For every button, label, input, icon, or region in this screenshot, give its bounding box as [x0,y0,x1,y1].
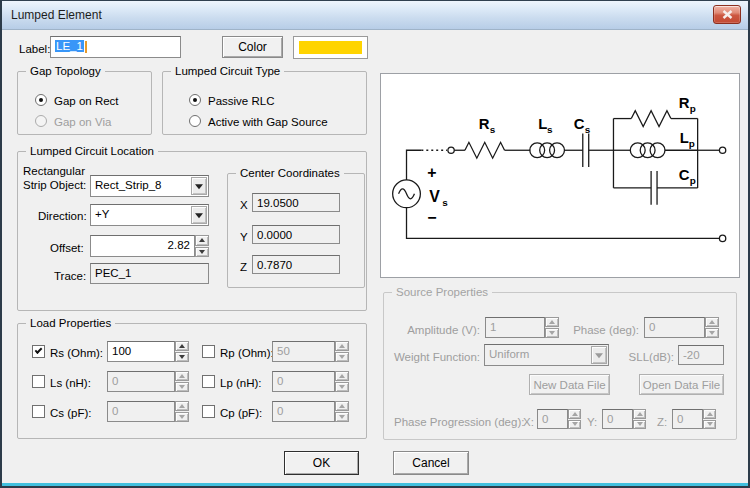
load-properties-title: Load Properties [26,317,115,329]
ls-input: 0 [107,371,175,392]
dropdown-arrow-icon[interactable] [191,206,207,224]
lumped-circuit-location-title: Lumped Circuit Location [26,145,158,157]
ls-checkbox[interactable] [32,375,45,388]
spin-up-icon[interactable] [175,341,189,351]
ls-spinner [175,371,189,392]
ok-button[interactable]: OK [284,451,359,475]
cp-spinner [335,401,349,422]
rp-checkbox[interactable] [202,345,215,358]
rs-schematic-label: R [479,116,490,132]
phase-spinner [705,317,719,338]
pp-y-spinner [633,409,646,429]
spin-down-icon [703,420,716,430]
rs-input[interactable]: 100 [107,341,175,362]
strip-object-label-line2: Strip Object: [23,178,86,192]
radio-active-gap-source-label: Active with Gap Source [208,115,328,129]
color-swatch [293,36,368,59]
direction-label: Direction: [38,209,87,223]
spin-down-icon[interactable] [195,247,209,258]
cp-label: Cp (pF): [220,406,262,420]
sll-field: -20 [678,345,724,365]
rs-spinner[interactable] [175,341,189,362]
pp-y-input: 0 [602,409,633,429]
pp-x-spinner [568,409,581,429]
color-button[interactable]: Color [222,36,283,58]
pp-z-spinner [703,409,716,429]
spin-up-icon [335,341,349,351]
spin-up-icon[interactable] [195,235,209,246]
rs-checkbox[interactable] [32,345,45,358]
rp-label: Rp (Ohm): [220,346,274,360]
inductor-ls-icon [530,143,565,158]
spin-down-icon [335,412,349,422]
pp-x-input: 0 [537,409,568,429]
lp-checkbox[interactable] [202,375,215,388]
label-input-selected-text: LE_1 [55,40,84,52]
cp-schematic-label: C [679,167,690,183]
open-data-file-button: Open Data File [639,374,724,395]
spin-up-icon [175,401,189,411]
cs-schematic-label: C [574,116,585,132]
minus-sign-label: − [427,209,436,226]
sll-label: SLL(dB): [624,350,674,364]
cp-checkbox[interactable] [202,405,215,418]
cs-checkbox[interactable] [32,405,45,418]
gap-topology-title: Gap Topology [26,65,105,77]
spin-down-icon[interactable] [175,352,189,362]
coord-z-label: Z [240,260,247,274]
cancel-button[interactable]: Cancel [393,451,469,475]
radio-active-gap-source[interactable] [189,115,201,127]
close-icon [722,10,733,19]
spin-down-icon [545,328,559,338]
plus-sign-label: + [427,164,436,181]
spin-up-icon [175,371,189,381]
radio-passive-rlc[interactable] [189,94,201,106]
label-caption: Label: [19,42,50,56]
spin-up-icon [545,317,559,327]
radio-dot-icon [193,98,197,102]
source-properties-title: Source Properties [392,286,492,298]
lp-spinner [335,371,349,392]
sine-wave-icon [399,189,415,199]
spin-up-icon [335,401,349,411]
offset-spinner[interactable] [195,235,209,257]
cs-label: Cs (pF): [50,406,92,420]
new-data-file-button: New Data File [529,374,610,395]
svg-text:s: s [490,124,496,135]
resistor-rs-icon [465,142,505,158]
phase-label: Phase (deg): [568,323,639,337]
svg-text:p: p [690,175,696,186]
trace-field: PEC_1 [90,263,209,284]
amplitude-input: 1 [485,317,545,338]
radio-gap-on-rect-label: Gap on Rect [54,94,119,108]
radio-dot-icon [39,98,43,102]
lumped-element-dialog: Lumped Element Label: LE_1 Color Gap Top… [0,0,750,488]
rp-schematic-label: R [679,95,690,111]
spin-up-icon [703,409,716,419]
direction-select[interactable]: +Y [90,204,209,226]
lp-input: 0 [272,371,335,392]
spin-down-icon [335,382,349,392]
center-coordinates-title: Center Coordinates [236,167,344,179]
lumped-circuit-type-title: Lumped Circuit Type [171,65,284,77]
inductor-lp-icon [630,143,665,158]
strip-object-select[interactable]: Rect_Strip_8 [90,175,209,197]
terminal-node-icon [448,147,454,153]
svg-text:p: p [689,138,695,149]
dropdown-arrow-icon[interactable] [191,177,207,195]
close-button[interactable] [713,5,741,24]
label-input[interactable]: LE_1 [50,36,181,58]
strip-object-label-line1: Rectangular [23,164,85,178]
checkmark-icon [35,346,43,354]
coord-z-field: 0.7870 [252,255,340,274]
offset-input[interactable]: 2.82 [90,235,195,257]
svg-text:s: s [585,124,591,135]
rp-spinner [335,341,349,362]
radio-gap-on-rect[interactable] [35,94,47,106]
spin-down-icon [175,412,189,422]
rp-input: 50 [272,341,335,362]
resistor-rp-icon [631,111,671,127]
capacitor-cs-icon [583,133,589,167]
ls-label: Ls (nH): [50,376,91,390]
offset-label: Offset: [50,241,84,255]
